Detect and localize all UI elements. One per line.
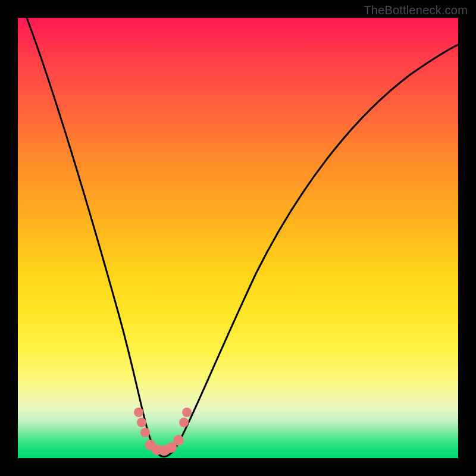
bottleneck-curve: [27, 18, 458, 456]
plot-area: [18, 18, 458, 458]
svg-point-9: [182, 408, 192, 417]
svg-point-1: [137, 418, 146, 427]
svg-point-8: [179, 418, 189, 427]
outer-frame: TheBottleneck.com: [0, 0, 476, 476]
watermark-text: TheBottleneck.com: [364, 4, 468, 17]
svg-point-7: [173, 435, 184, 446]
svg-point-0: [134, 408, 143, 417]
highlight-dots: [134, 408, 192, 456]
curve-layer: [18, 18, 458, 458]
svg-point-2: [140, 428, 150, 437]
